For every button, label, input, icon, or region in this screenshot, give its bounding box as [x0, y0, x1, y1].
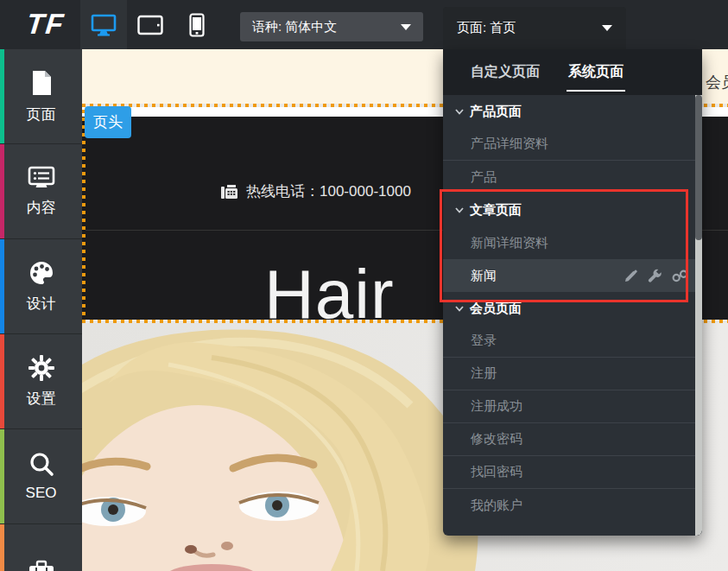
item-label: 新闻 [471, 268, 497, 284]
palette-icon [28, 260, 54, 286]
language-select-label: 语种: 简体中文 [252, 19, 337, 35]
tablet-icon [137, 15, 163, 35]
language-select[interactable]: 语种: 简体中文 [240, 12, 423, 41]
sidebar-item-content[interactable]: 内容 [0, 144, 82, 239]
page-item-product-detail[interactable]: 产品详细资料 [443, 128, 702, 161]
app-logo[interactable]: TF [12, 7, 79, 41]
chevron-down-icon [401, 24, 411, 30]
page-item-register[interactable]: 注册 [443, 358, 702, 390]
device-desktop-button[interactable] [80, 0, 127, 49]
group-label: 文章页面 [470, 202, 522, 219]
page-group-article[interactable]: 文章页面 [443, 194, 702, 226]
item-label: 登录 [471, 333, 497, 349]
chevron-down-icon [455, 109, 464, 115]
page-select[interactable]: 页面: 首页 [443, 7, 626, 49]
sidebar-item-pages[interactable]: 页面 [0, 49, 82, 144]
hero-logo-text: Hair [264, 260, 395, 329]
sidebar-item-seo[interactable]: SEO [0, 429, 82, 524]
item-label: 产品 [471, 169, 497, 186]
tab-system-pages[interactable]: 系统页面 [568, 49, 624, 95]
chevron-down-icon [455, 207, 464, 213]
panel-tabs: 自定义页面 系统页面 [443, 49, 702, 95]
content-screen-icon [28, 166, 55, 190]
page-item-my-account[interactable]: 我的账户 [443, 489, 702, 522]
panel-scrollbar-thumb[interactable] [695, 95, 702, 240]
app-window: 会员 热线电话：100-000-1000 Hair [0, 0, 728, 571]
page-item-product[interactable]: 产品 [443, 161, 702, 194]
page-group-member[interactable]: 会员页面 [443, 292, 702, 325]
preview-nav-item[interactable]: 会员 [706, 72, 728, 92]
page-item-change-password[interactable]: 修改密码 [443, 423, 702, 456]
device-tablet-button[interactable] [127, 0, 174, 49]
chevron-down-icon [602, 25, 612, 31]
link-icon[interactable] [672, 270, 688, 282]
accent-strip [0, 524, 4, 571]
page-item-register-success[interactable]: 注册成功 [443, 390, 702, 423]
sidebar-item-label: 设计 [27, 294, 56, 314]
hotline-text: 热线电话：100-000-1000 [246, 181, 411, 201]
page-group-product[interactable]: 产品页面 [443, 95, 702, 128]
hotline-bar: 热线电话：100-000-1000 [220, 181, 411, 201]
sidebar-item-design[interactable]: 设计 [0, 239, 82, 334]
group-label: 会员页面 [470, 301, 522, 317]
item-label: 我的账户 [471, 498, 522, 514]
sidebar-item-business[interactable] [0, 524, 82, 571]
group-label: 产品页面 [470, 104, 522, 120]
sidebar-item-label: 页面 [27, 105, 56, 124]
item-label: 注册 [471, 365, 497, 382]
device-mobile-button[interactable] [174, 0, 220, 49]
page-header-tag[interactable]: 页头 [85, 106, 131, 138]
accent-strip [0, 334, 4, 428]
mobile-phone-icon [189, 13, 205, 37]
item-label: 新闻详细资料 [471, 235, 548, 251]
wrench-icon[interactable] [648, 269, 662, 283]
system-pages-list: 产品页面 产品详细资料 产品 文章页面 新闻详细资料 新闻 [443, 95, 702, 536]
accent-strip [0, 144, 4, 238]
accent-strip [0, 49, 4, 143]
row-action-icons [624, 269, 702, 283]
chevron-down-icon [455, 306, 464, 312]
tab-custom-pages[interactable]: 自定义页面 [471, 49, 540, 95]
search-icon [28, 451, 54, 477]
document-icon [29, 69, 54, 97]
accent-strip [0, 239, 4, 333]
item-label: 产品详细资料 [471, 136, 548, 152]
fax-phone-icon [220, 183, 239, 200]
sidebar-item-label: SEO [26, 485, 57, 502]
briefcase-icon [28, 560, 55, 571]
main-sidebar: 页面 内容 设计 [0, 49, 82, 571]
page-item-news[interactable]: 新闻 [443, 259, 702, 292]
edit-icon[interactable] [624, 269, 638, 283]
top-toolbar: TF 语种: 简体中文 页面: 首页 [0, 0, 728, 49]
page-item-recover-password[interactable]: 找回密码 [443, 456, 702, 489]
page-item-login[interactable]: 登录 [443, 325, 702, 358]
item-label: 注册成功 [471, 398, 522, 415]
desktop-monitor-icon [91, 14, 117, 36]
page-select-label: 页面: 首页 [457, 20, 516, 36]
page-item-news-detail[interactable]: 新闻详细资料 [443, 226, 702, 259]
sidebar-item-label: 设置 [27, 389, 56, 409]
accent-strip [0, 429, 4, 523]
page-dropdown-panel: 自定义页面 系统页面 产品页面 产品详细资料 产品 文章页面 新闻详细资料 新闻 [443, 49, 702, 536]
sidebar-item-settings[interactable]: 设置 [0, 334, 82, 429]
item-label: 找回密码 [471, 464, 522, 480]
sidebar-item-label: 内容 [27, 198, 56, 218]
item-label: 修改密码 [471, 431, 522, 447]
gear-icon [28, 355, 54, 381]
